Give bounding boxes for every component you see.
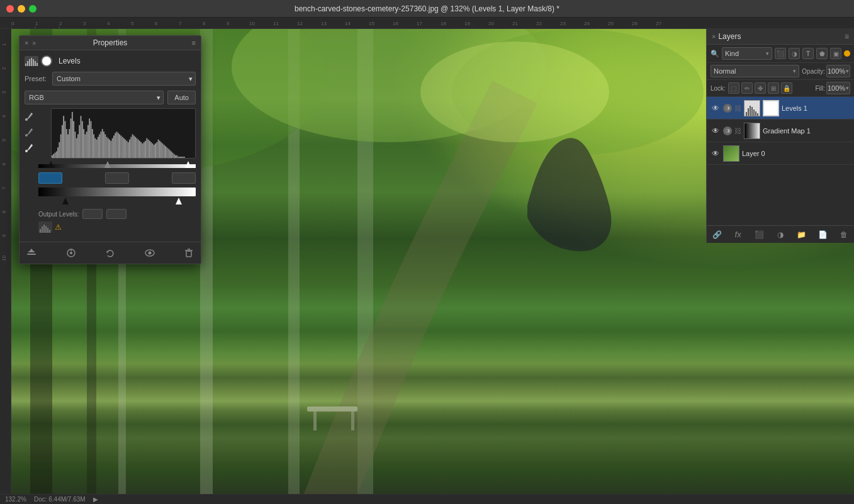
input-black-handle[interactable] bbox=[48, 161, 54, 168]
input-white-handle[interactable] bbox=[185, 161, 191, 168]
panel-close-btn[interactable]: × bbox=[25, 40, 28, 47]
pixel-filter-icon[interactable]: ⬛ bbox=[775, 48, 786, 59]
output-white-handle[interactable] bbox=[176, 198, 182, 204]
output-black-handle[interactable] bbox=[62, 198, 69, 204]
svg-text:7: 7 bbox=[179, 21, 182, 26]
svg-rect-93 bbox=[92, 129, 93, 158]
svg-rect-149 bbox=[172, 153, 174, 158]
auto-button[interactable]: Auto bbox=[167, 91, 196, 104]
opacity-value[interactable]: 100% ▾ bbox=[826, 65, 850, 77]
reset-btn[interactable] bbox=[103, 246, 117, 260]
layer-vis-gradmap1[interactable]: 👁 bbox=[711, 126, 721, 136]
svg-rect-188 bbox=[751, 107, 753, 116]
layer-fx-btn[interactable]: fx bbox=[732, 228, 744, 241]
svg-text:25: 25 bbox=[608, 21, 614, 26]
svg-rect-120 bbox=[130, 137, 132, 158]
svg-rect-82 bbox=[76, 138, 77, 158]
svg-rect-52 bbox=[313, 412, 317, 430]
visibility-btn[interactable] bbox=[143, 246, 157, 260]
close-button[interactable] bbox=[6, 5, 14, 13]
output-white-field[interactable]: 221 bbox=[106, 209, 126, 219]
layers-menu-btn[interactable]: ≡ bbox=[845, 32, 849, 41]
fill-value[interactable]: 100% ▾ bbox=[826, 82, 850, 94]
svg-rect-173 bbox=[28, 251, 35, 252]
svg-rect-100 bbox=[102, 129, 103, 158]
preset-label: Preset: bbox=[25, 75, 48, 82]
svg-rect-150 bbox=[174, 154, 175, 158]
lock-all-btn[interactable]: 🔒 bbox=[781, 82, 792, 94]
histogram-chart bbox=[51, 108, 196, 159]
svg-rect-151 bbox=[175, 155, 176, 158]
new-adj-layer-btn[interactable]: ◑ bbox=[774, 228, 787, 241]
new-fill-layer-btn[interactable]: ⬛ bbox=[753, 228, 765, 241]
layer-item-layer0[interactable]: 👁 Layer 0 bbox=[707, 142, 854, 165]
svg-rect-110 bbox=[116, 132, 118, 158]
output-slider[interactable] bbox=[38, 198, 196, 206]
view-previous-btn[interactable] bbox=[64, 246, 78, 260]
layer-adj-icon-levels1: ◑ bbox=[723, 104, 732, 113]
svg-text:27: 27 bbox=[656, 21, 661, 26]
input-mid-field[interactable]: 1.00 bbox=[105, 172, 129, 184]
delete-btn[interactable] bbox=[182, 246, 196, 260]
input-black-field[interactable]: 15 bbox=[38, 172, 62, 184]
lock-pixels-btn[interactable]: ⬚ bbox=[728, 82, 739, 94]
svg-rect-106 bbox=[110, 141, 111, 158]
shape-filter-icon[interactable]: ⬟ bbox=[816, 48, 828, 59]
svg-rect-108 bbox=[113, 135, 115, 158]
panel-menu-btn[interactable]: ≡ bbox=[192, 39, 196, 47]
new-layer-btn[interactable]: 📄 bbox=[816, 228, 829, 241]
lock-move-btn[interactable]: ✥ bbox=[755, 82, 766, 94]
new-group-btn[interactable]: 📁 bbox=[795, 228, 808, 241]
layer-item-levels1[interactable]: 👁 ◑ ⛓ Levels 1 bbox=[707, 97, 854, 120]
white-point-eyedropper[interactable] bbox=[25, 142, 35, 154]
kind-filter-select[interactable]: Kind ▾ bbox=[722, 47, 772, 60]
output-black-field[interactable]: 37 bbox=[82, 209, 103, 219]
layer-vis-layer0[interactable]: 👁 bbox=[711, 148, 721, 159]
svg-rect-83 bbox=[77, 134, 79, 158]
svg-rect-133 bbox=[149, 141, 150, 158]
svg-rect-153 bbox=[178, 157, 179, 158]
svg-point-64 bbox=[25, 150, 28, 152]
input-white-field[interactable]: 238 bbox=[172, 172, 196, 184]
layer-adj-icon-gradmap1: ◑ bbox=[723, 126, 732, 135]
panel-collapse-btn[interactable]: » bbox=[32, 40, 36, 47]
svg-rect-69 bbox=[57, 147, 59, 158]
adjustment-filter-icon[interactable]: ◑ bbox=[789, 48, 800, 59]
svg-text:4: 4 bbox=[107, 21, 110, 26]
smartobj-filter-icon[interactable]: ▣ bbox=[830, 48, 841, 59]
layers-close-btn[interactable]: × bbox=[712, 33, 716, 40]
layer-item-gradmap1[interactable]: 👁 ◑ ⛓ Gradient Map 1 bbox=[707, 120, 854, 142]
lock-draw-btn[interactable]: ✏ bbox=[741, 82, 753, 94]
minimize-button[interactable] bbox=[18, 5, 25, 13]
fill-dropdown-arrow: ▾ bbox=[846, 85, 849, 91]
layer-vis-levels1[interactable]: 👁 bbox=[711, 103, 721, 113]
input-mid-handle[interactable] bbox=[104, 161, 111, 168]
svg-text:14: 14 bbox=[345, 21, 351, 26]
svg-rect-131 bbox=[146, 138, 147, 158]
layer-chain-levels1: ⛓ bbox=[734, 104, 741, 112]
link-layers-btn[interactable]: 🔗 bbox=[711, 228, 723, 241]
maximize-button[interactable] bbox=[29, 5, 37, 13]
svg-rect-68 bbox=[56, 152, 57, 158]
svg-rect-187 bbox=[750, 106, 751, 116]
svg-rect-76 bbox=[67, 134, 69, 158]
preset-select[interactable]: Custom ▾ bbox=[52, 72, 196, 86]
black-point-eyedropper[interactable] bbox=[25, 111, 35, 123]
svg-rect-104 bbox=[108, 138, 109, 158]
input-slider[interactable] bbox=[38, 161, 196, 171]
type-filter-icon[interactable]: T bbox=[802, 48, 814, 59]
fill-label: Fill: bbox=[815, 85, 825, 92]
svg-text:4: 4 bbox=[1, 115, 7, 118]
channel-select[interactable]: RGB ▾ bbox=[25, 91, 164, 104]
svg-text:5: 5 bbox=[1, 138, 7, 142]
layers-title: Layers bbox=[718, 32, 741, 41]
clip-to-layer-btn[interactable] bbox=[25, 246, 38, 260]
delete-layer-btn[interactable]: 🗑 bbox=[838, 228, 850, 241]
gray-point-eyedropper[interactable] bbox=[25, 126, 35, 138]
blend-mode-select[interactable]: Normal ▾ bbox=[711, 65, 799, 77]
lock-artboard-btn[interactable]: ⊞ bbox=[768, 82, 779, 94]
svg-rect-117 bbox=[126, 141, 128, 158]
svg-rect-130 bbox=[145, 141, 146, 158]
channel-dropdown-arrow: ▾ bbox=[157, 94, 160, 102]
svg-text:23: 23 bbox=[560, 21, 566, 26]
